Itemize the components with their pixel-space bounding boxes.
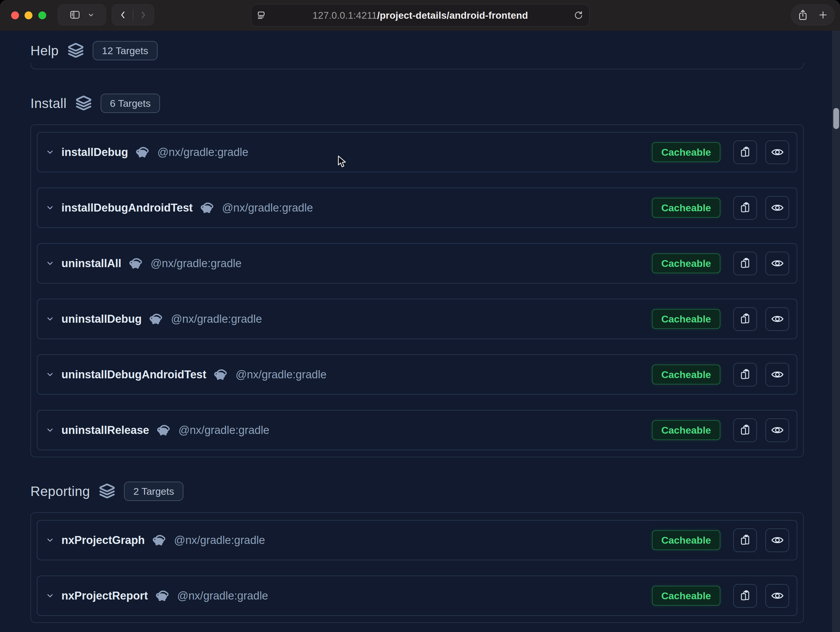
back-button[interactable] bbox=[118, 10, 128, 20]
targets-count-badge: 6 Targets bbox=[101, 94, 160, 113]
section-title: Install bbox=[30, 95, 67, 111]
target-name: installDebug bbox=[62, 146, 128, 159]
page-icon[interactable] bbox=[256, 10, 266, 21]
layers-icon bbox=[76, 95, 92, 112]
close-window-button[interactable] bbox=[11, 11, 19, 19]
layers-icon bbox=[99, 483, 115, 499]
copy-button[interactable] bbox=[733, 252, 757, 275]
section-header: Help 12 Targets bbox=[30, 41, 804, 60]
cacheable-badge: Cacheable bbox=[652, 253, 720, 273]
copy-button[interactable] bbox=[733, 528, 757, 552]
section-header: Install 6 Targets bbox=[30, 94, 804, 113]
cacheable-badge: Cacheable bbox=[652, 420, 720, 440]
cacheable-badge: Cacheable bbox=[652, 198, 720, 218]
target-row[interactable]: installDebug @nx/gradle:gradle Cacheable bbox=[37, 132, 797, 172]
cacheable-badge: Cacheable bbox=[652, 365, 720, 384]
gradle-elephant-icon bbox=[129, 258, 144, 269]
gradle-elephant-icon bbox=[152, 534, 167, 546]
chevron-down-icon[interactable] bbox=[46, 259, 54, 268]
target-name: uninstallDebugAndroidTest bbox=[62, 368, 206, 381]
target-plugin: @nx/gradle:gradle bbox=[174, 534, 265, 547]
target-plugin: @nx/gradle:gradle bbox=[177, 589, 268, 602]
target-row[interactable]: uninstallAll @nx/gradle:gradle Cacheable bbox=[37, 243, 797, 283]
view-button[interactable] bbox=[766, 584, 789, 608]
view-button[interactable] bbox=[766, 307, 789, 331]
copy-button[interactable] bbox=[733, 419, 757, 442]
target-plugin: @nx/gradle:gradle bbox=[157, 146, 248, 159]
scrollbar-track[interactable] bbox=[832, 31, 840, 632]
section-title: Help bbox=[30, 43, 59, 58]
address-bar[interactable]: 127.0.0.1:4211/project-details/android-f… bbox=[251, 4, 590, 27]
copy-button[interactable] bbox=[733, 141, 757, 164]
reload-button[interactable] bbox=[573, 10, 584, 21]
chevron-down-icon[interactable] bbox=[46, 203, 54, 212]
copy-button[interactable] bbox=[733, 363, 757, 387]
new-tab-icon[interactable] bbox=[818, 10, 828, 20]
target-row[interactable]: uninstallRelease @nx/gradle:gradle Cache… bbox=[37, 410, 797, 450]
scrollbar-thumb[interactable] bbox=[833, 108, 839, 129]
target-name: nxProjectReport bbox=[62, 589, 148, 602]
target-name: uninstallAll bbox=[62, 257, 122, 270]
chevron-down-icon[interactable] bbox=[46, 591, 54, 600]
browser-toolbar: 127.0.0.1:4211/project-details/android-f… bbox=[0, 0, 840, 31]
target-row[interactable]: installDebugAndroidTest @nx/gradle:gradl… bbox=[37, 188, 797, 228]
cacheable-badge: Cacheable bbox=[652, 586, 720, 606]
targets-card: nxProjectGraph @nx/gradle:gradle Cacheab… bbox=[30, 512, 804, 623]
copy-button[interactable] bbox=[733, 196, 757, 220]
target-section: Install 6 Targets installDebug bbox=[30, 94, 804, 457]
target-plugin: @nx/gradle:gradle bbox=[178, 424, 269, 436]
target-section: Help 12 Targets bbox=[30, 41, 804, 70]
view-button[interactable] bbox=[766, 528, 789, 552]
gradle-elephant-icon bbox=[149, 313, 164, 324]
chevron-down-icon[interactable] bbox=[46, 426, 54, 434]
target-row[interactable]: nxProjectGraph @nx/gradle:gradle Cacheab… bbox=[37, 520, 797, 560]
url-path: /project-details/android-frontend bbox=[377, 10, 528, 21]
target-plugin: @nx/gradle:gradle bbox=[235, 368, 327, 381]
target-plugin: @nx/gradle:gradle bbox=[151, 257, 242, 270]
copy-button[interactable] bbox=[733, 584, 757, 608]
target-row[interactable]: uninstallDebugAndroidTest @nx/gradle:gra… bbox=[37, 354, 797, 395]
targets-card bbox=[30, 63, 804, 70]
url-text: 127.0.0.1:4211/project-details/android-f… bbox=[313, 10, 528, 21]
gradle-elephant-icon bbox=[201, 202, 215, 213]
view-button[interactable] bbox=[766, 363, 789, 387]
browser-window: 127.0.0.1:4211/project-details/android-f… bbox=[0, 0, 840, 632]
section-header: Reporting 2 Targets bbox=[30, 482, 804, 501]
view-button[interactable] bbox=[766, 252, 789, 275]
toolbar-right-group bbox=[791, 5, 835, 25]
chevron-down-icon[interactable] bbox=[46, 148, 54, 156]
sections: Help 12 Targets Install 6 Targ bbox=[30, 41, 804, 623]
gradle-elephant-icon bbox=[157, 425, 171, 436]
cacheable-badge: Cacheable bbox=[652, 142, 720, 162]
target-plugin: @nx/gradle:gradle bbox=[171, 313, 262, 325]
target-section: Reporting 2 Targets nxProjectGraph bbox=[30, 482, 804, 623]
target-name: uninstallRelease bbox=[62, 424, 149, 436]
sidebar-toggle-icon bbox=[69, 9, 81, 21]
view-button[interactable] bbox=[766, 141, 789, 164]
minimize-window-button[interactable] bbox=[25, 11, 32, 19]
target-row[interactable]: nxProjectReport @nx/gradle:gradle Cachea… bbox=[37, 575, 797, 616]
zoom-window-button[interactable] bbox=[38, 11, 46, 19]
section-title: Reporting bbox=[30, 483, 90, 499]
nav-buttons bbox=[112, 5, 154, 25]
project-details-page: Help 12 Targets Install 6 Targ bbox=[0, 31, 840, 632]
view-button[interactable] bbox=[766, 196, 789, 220]
targets-card: installDebug @nx/gradle:gradle Cacheable bbox=[30, 124, 804, 457]
gradle-elephant-icon bbox=[214, 369, 229, 380]
target-plugin: @nx/gradle:gradle bbox=[222, 202, 313, 214]
view-button[interactable] bbox=[766, 419, 789, 442]
copy-button[interactable] bbox=[733, 307, 757, 331]
target-row[interactable]: uninstallDebug @nx/gradle:gradle Cacheab… bbox=[37, 299, 797, 339]
cacheable-badge: Cacheable bbox=[652, 530, 720, 550]
share-icon[interactable] bbox=[797, 9, 808, 21]
gradle-elephant-icon bbox=[156, 590, 170, 601]
layers-icon bbox=[68, 43, 84, 59]
chevron-down-icon[interactable] bbox=[46, 370, 54, 379]
gradle-elephant-icon bbox=[136, 147, 150, 158]
sidebar-toggle-button[interactable] bbox=[58, 5, 106, 25]
chevron-down-icon[interactable] bbox=[46, 536, 54, 545]
forward-button[interactable] bbox=[138, 10, 148, 20]
targets-count-badge: 12 Targets bbox=[93, 41, 158, 60]
chevron-down-icon[interactable] bbox=[46, 314, 54, 323]
chevron-down-icon bbox=[87, 11, 95, 19]
